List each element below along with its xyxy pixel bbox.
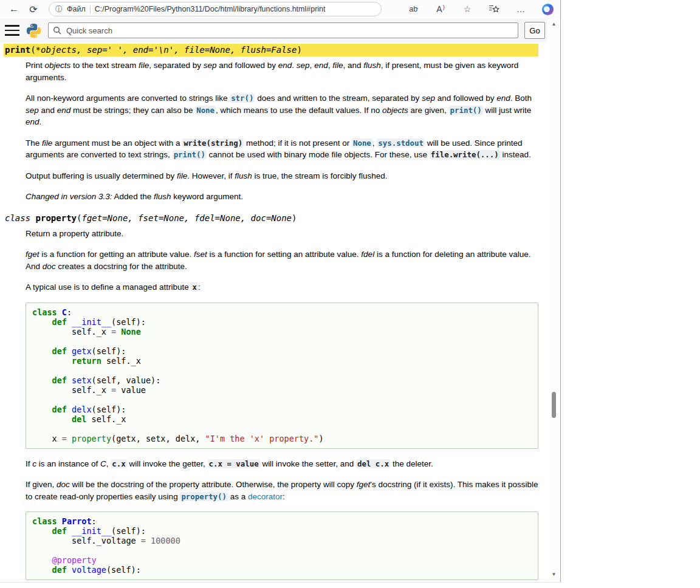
property-description: Return a property attribute. fget is a f…	[26, 228, 538, 581]
paragraph: All non-keyword arguments are converted …	[26, 92, 538, 128]
text-span: cannot be used with binary mode file obj…	[207, 150, 430, 159]
text-span: fdel	[361, 250, 374, 259]
text-span: flush	[363, 61, 381, 70]
text-span: file	[139, 61, 149, 70]
text-span: file	[42, 138, 52, 148]
text-span: sep	[297, 61, 310, 70]
code-line: def __init__(self):	[32, 317, 532, 327]
code-line: def __init__(self):	[32, 526, 532, 536]
more-menu-icon[interactable]: …	[515, 2, 527, 16]
back-button[interactable]: ←	[6, 2, 22, 16]
python-logo[interactable]	[26, 22, 42, 39]
code-line: self._voltage = 100000	[32, 536, 532, 545]
property-signature: class property(fget=None, fset=None, fde…	[4, 212, 538, 225]
code-line: self._x = None	[32, 327, 532, 337]
search-input[interactable]	[65, 26, 513, 36]
scroll-up-button[interactable]: ▲	[549, 21, 558, 28]
paragraph: A typical use is to define a managed att…	[26, 281, 538, 293]
hamburger-menu-icon[interactable]	[5, 25, 19, 36]
text-span: c.x	[111, 459, 126, 468]
text-span: C	[100, 459, 106, 468]
text-span: del c.x	[356, 459, 390, 468]
paragraph: Print objects to the text stream file, s…	[26, 60, 538, 83]
print-description: Print objects to the text stream file, s…	[26, 60, 538, 203]
paragraph: fget is a function for getting an attrib…	[26, 248, 538, 272]
text-span: Print	[26, 61, 45, 70]
docs-page: Go print(*objects, sep=' ', end='\n', fi…	[0, 18, 547, 580]
browser-toolbar: ← ⟳ ⓘ Файл C:/Program%20Files/Python311/…	[0, 0, 560, 18]
code-line: @property	[32, 555, 532, 565]
text-span: Return a property attribute.	[26, 229, 123, 238]
search-box	[48, 22, 518, 38]
text-span: fget=None, fset=None, fdel=None, doc=Non…	[81, 213, 292, 223]
text-span: is an instance of	[36, 459, 100, 468]
text-span: Added the	[112, 192, 154, 201]
scrollbar-thumb[interactable]	[552, 392, 556, 418]
text-span: (	[30, 45, 35, 55]
paragraph: Output buffering is usually determined b…	[26, 170, 538, 182]
hamburger-bar	[5, 25, 19, 27]
text-span: *objects, sep=' ', end='\n', file=None, …	[36, 45, 297, 55]
file-protocol-label: Файл	[67, 5, 86, 13]
text-span: objects	[382, 106, 408, 115]
version-changed-note: Changed in version 3.3: Added the flush …	[26, 191, 538, 203]
address-bar[interactable]: ⓘ Файл C:/Program%20Files/Python311/Doc/…	[49, 2, 382, 16]
text-span: .	[292, 61, 297, 70]
text-span: The	[26, 138, 42, 148]
text-span: flush	[154, 192, 171, 201]
page-info-icon[interactable]: ⓘ	[55, 4, 63, 15]
text-span: are given,	[408, 106, 449, 115]
text-span: property	[36, 213, 77, 223]
code-line: def delx(self):	[32, 405, 532, 414]
paragraph: If given, doc will be the docstring of t…	[26, 479, 538, 502]
text-span: All non-keyword arguments are converted …	[26, 94, 230, 103]
go-button[interactable]: Go	[524, 22, 545, 39]
collections-icon[interactable]	[488, 2, 500, 16]
refresh-button[interactable]: ⟳	[26, 2, 41, 16]
text-span: Output buffering is usually determined b…	[26, 171, 177, 180]
text-span: end	[278, 61, 292, 70]
text-span: )	[297, 45, 301, 55]
inline-code-link[interactable]: None	[352, 138, 372, 148]
code-line	[32, 337, 532, 346]
text-span: will just write	[483, 106, 532, 115]
text-span: . Both	[510, 94, 532, 103]
docs-topbar: Go	[0, 18, 547, 43]
inline-code-link[interactable]: print()	[449, 106, 483, 115]
text-span: fset	[194, 250, 207, 259]
scroll-down-button[interactable]: ▼	[549, 571, 558, 578]
text-span: file	[332, 61, 343, 70]
doc-content: print(*objects, sep=' ', end='\n', file=…	[0, 43, 547, 580]
text-link[interactable]: decorator	[248, 492, 283, 501]
text-span: A typical use is to define a managed att…	[26, 282, 191, 292]
text-span: .	[39, 117, 42, 126]
inline-code-link[interactable]: None	[195, 106, 216, 115]
text-span: objects	[45, 61, 71, 70]
inline-code-link[interactable]: print()	[173, 150, 207, 159]
text-span: c.x = value	[208, 459, 260, 468]
text-span: end	[26, 117, 39, 126]
code-line: class C:	[32, 307, 532, 317]
favorite-star-icon[interactable]: ☆	[461, 2, 473, 16]
scrollbar-track[interactable]	[549, 28, 558, 571]
text-span: does and written to the stream, separate…	[255, 94, 422, 103]
code-line	[32, 395, 532, 405]
paragraph: The file argument must be an object with…	[26, 137, 538, 161]
translate-icon[interactable]: abˇ	[408, 2, 420, 16]
text-span: instead.	[500, 150, 531, 159]
vertical-scrollbar[interactable]: ▲ ▼	[549, 21, 558, 578]
inline-code-link[interactable]: property()	[180, 492, 228, 501]
code-line: def getx(self):	[32, 346, 532, 356]
read-aloud-icon[interactable]: A)	[434, 2, 447, 16]
text-span: ,	[310, 61, 315, 70]
text-span: Changed in version 3.3:	[26, 192, 112, 201]
inline-code-link[interactable]: str()	[230, 94, 255, 103]
text-span: file	[177, 171, 187, 180]
text-span: If given,	[26, 480, 57, 489]
inline-code-link[interactable]: sys.stdout	[377, 138, 425, 148]
text-span: print	[5, 45, 30, 55]
copilot-icon[interactable]	[541, 2, 554, 16]
code-line	[32, 424, 532, 434]
text-span: will invoke the setter, and	[260, 459, 356, 468]
text-span: and followed by	[435, 94, 496, 103]
